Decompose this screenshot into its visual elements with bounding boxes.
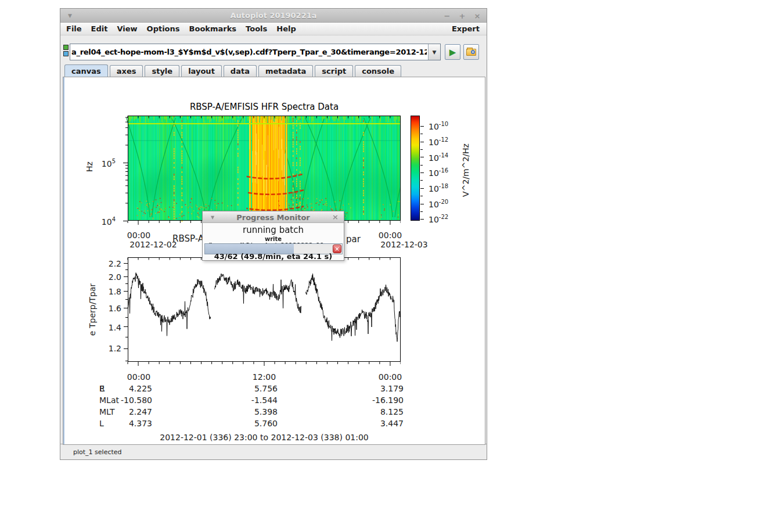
spectrogram-ytick-1e4: 104 [90, 216, 116, 227]
ephemeris-row-mlt: MLT 2.247 5.398 8.125 [63, 407, 486, 419]
menu-options[interactable]: Options [147, 24, 180, 33]
lineplot-ytick-5: 1.2 [96, 344, 121, 353]
tab-metadata[interactable]: metadata [258, 65, 313, 77]
colorbar-ticks [420, 116, 427, 221]
inspect-uri-button[interactable] [463, 44, 479, 60]
expert-toggle[interactable]: Expert [452, 24, 480, 33]
spectro-xtick-right-time: 00:00 [379, 231, 402, 240]
colorbar-tick-1: 10-12 [429, 136, 448, 147]
lineplot-ytick-4: 1.4 [96, 323, 121, 332]
tab-axes[interactable]: axes [110, 65, 143, 77]
menu-edit[interactable]: Edit [91, 24, 108, 33]
lineplot-xtick-2: 00:00 [379, 372, 402, 382]
tab-data[interactable]: data [224, 65, 257, 77]
lineplot-xtick-1: 12:00 [253, 372, 276, 382]
colorbar-tick-3: 10-16 [429, 167, 448, 178]
tab-layout[interactable]: layout [181, 65, 222, 77]
close-button[interactable]: × [473, 12, 482, 20]
lineplot-title-fragment-right: par [346, 234, 361, 245]
lineplot-title-fragment-left: RBSP-A [172, 233, 204, 244]
datasource-status-icon[interactable] [63, 45, 69, 50]
lineplot-ytick-3: 1.6 [96, 304, 121, 313]
lineplot-ytick-0: 2.2 [96, 259, 121, 268]
dialog-close-icon[interactable]: × [332, 213, 339, 221]
layer-status-icon[interactable] [63, 51, 69, 56]
address-toolbar: ▼ ▶ [60, 35, 487, 64]
colorbar-label: V^2/m^2/Hz [461, 143, 470, 197]
progress-task-label: running batch [203, 225, 344, 235]
go-button[interactable]: ▶ [445, 44, 460, 60]
plot-canvas-panel: RBSP-A/EMFISIS HFR Spectra Data Hz 105 1… [63, 77, 485, 445]
colorbar-tick-5: 10-20 [429, 199, 448, 209]
tab-style[interactable]: style [145, 65, 179, 77]
timerange-footer: 2012-12-01 (336) 23:00 to 2012-12-03 (33… [128, 433, 401, 442]
lineplot-ytick-2: 1.8 [96, 287, 121, 296]
main-tabs: canvas axes style layout data metadata s… [64, 64, 403, 77]
status-bar: plot_1 selected [60, 444, 487, 459]
colorbar-tick-4: 10-18 [429, 183, 448, 193]
autoplot-window: ▼ Autoplot 20190221a − + × File Edit Vie… [60, 8, 487, 460]
progress-status-label: 43/62 (49.8/min, eta 24.1 s) [203, 252, 344, 261]
colorbar-tick-2: 10-14 [429, 152, 448, 163]
colorbar-tick-6: 10-22 [429, 214, 448, 224]
progress-dialog-title: Progress Monitor [236, 213, 310, 222]
minimize-button[interactable]: − [442, 12, 452, 20]
menu-bookmarks[interactable]: Bookmarks [189, 24, 237, 33]
window-titlebar: ▼ Autoplot 20190221a − + × [60, 9, 487, 23]
colorbar [411, 116, 420, 221]
address-combobox: ▼ [70, 44, 441, 60]
status-text: plot_1 selected [73, 448, 122, 456]
ephemeris-row-mlat: MLat -10.580 -1.544 -16.190 [63, 396, 486, 407]
maximize-button[interactable]: + [458, 12, 467, 20]
ephemeris-row-re: RE 4.225 5.756 3.179 [63, 384, 486, 396]
spectrogram-title: RBSP-A/EMFISIS HFR Spectra Data [128, 102, 401, 112]
address-input[interactable] [70, 44, 428, 60]
colorbar-tick-0: 10-10 [429, 121, 448, 131]
ephemeris-row-l: L 4.373 5.760 3.447 [63, 419, 486, 430]
tab-console[interactable]: console [355, 65, 401, 77]
play-icon: ▶ [449, 47, 456, 57]
progress-monitor-dialog: ▼ Progress Monitor × running batch write… [202, 211, 344, 261]
tab-script[interactable]: script [315, 65, 353, 77]
progress-dialog-titlebar: ▼ Progress Monitor × [203, 211, 344, 223]
spectrogram-ytick-1e5: 105 [90, 158, 116, 168]
dialog-menu-icon[interactable]: ▼ [211, 215, 214, 220]
tab-canvas[interactable]: canvas [64, 64, 108, 77]
tperp-tpar-plot[interactable] [122, 257, 401, 368]
lineplot-ytick-1: 2.0 [96, 272, 121, 282]
window-title: Autoplot 20190221a [230, 11, 316, 20]
chevron-down-icon[interactable]: ▼ [428, 44, 440, 60]
spectro-xtick-left-time: 00:00 [127, 231, 150, 240]
spectrogram-plot[interactable] [122, 116, 401, 227]
lineplot-xtick-0: 00:00 [127, 372, 150, 382]
menu-help[interactable]: Help [276, 24, 296, 33]
folder-search-icon [466, 49, 476, 56]
spectro-xtick-left-date: 2012-12-02 [129, 240, 177, 249]
menubar: File Edit View Options Bookmarks Tools H… [60, 23, 487, 35]
window-menu-icon[interactable]: ▼ [68, 13, 72, 19]
menu-tools[interactable]: Tools [246, 24, 267, 33]
spectro-xtick-right-date: 2012-12-03 [380, 240, 427, 249]
menu-file[interactable]: File [66, 24, 82, 33]
menu-view[interactable]: View [117, 24, 137, 33]
